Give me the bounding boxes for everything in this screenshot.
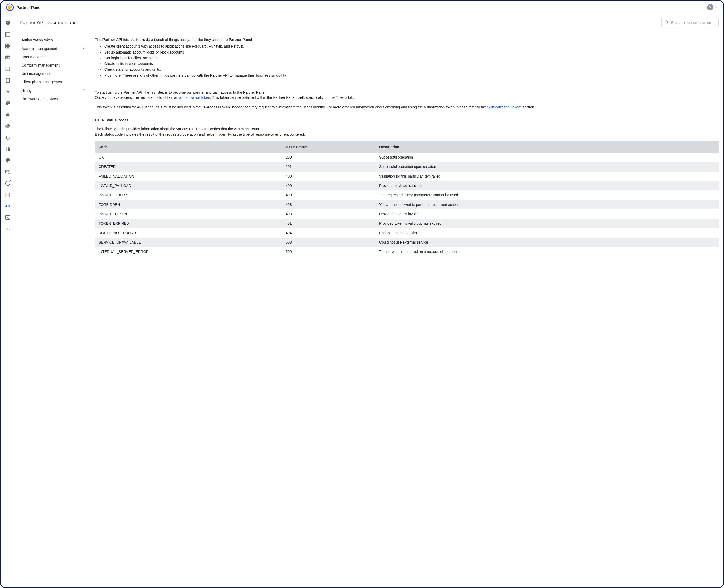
- svg-point-12: [6, 103, 7, 103]
- authorization-token-link[interactable]: authorization token: [180, 96, 210, 100]
- table-row: INTERNAL_SERVER_ERROR500The server encou…: [95, 247, 719, 256]
- table-cell: The requested query parameters cannot be…: [375, 190, 719, 200]
- table-row: FAILED_VALIDATION400Validation for this …: [95, 172, 719, 181]
- rail-mail-check-icon[interactable]: [2, 166, 13, 177]
- authorization-token-section-link[interactable]: "Authorization Token": [487, 105, 522, 109]
- table-row: TOKEN_EXPIRED401Provided token is valid …: [95, 218, 719, 228]
- intro-bullet: Create client accounts with access to ap…: [104, 44, 719, 49]
- table-cell: 201: [282, 162, 375, 171]
- toc-item[interactable]: Account management: [20, 44, 88, 53]
- table-cell: Endpoint does not exist: [375, 228, 719, 237]
- table-cell: TOKEN_EXPIRED: [95, 218, 282, 228]
- icon-rail: $: [1, 14, 15, 587]
- col-header-status: HTTP Status: [282, 141, 375, 153]
- svg-point-25: [6, 228, 7, 230]
- table-cell: FAILED_VALIDATION: [95, 172, 282, 181]
- rail-car-icon[interactable]: [2, 109, 13, 120]
- rail-shield-icon[interactable]: [2, 18, 13, 28]
- page-title: Partner API Documentation: [20, 20, 79, 25]
- intro-bullet: Plus more: There are lots of other thing…: [104, 73, 719, 78]
- table-cell: 200: [282, 153, 375, 162]
- rail-dollar-icon[interactable]: [2, 86, 13, 97]
- toc-item-label: Billing: [22, 88, 31, 92]
- search-box[interactable]: [661, 18, 719, 27]
- toc-item-label: User management: [22, 55, 51, 59]
- rail-shield-settings-icon[interactable]: [2, 155, 13, 166]
- toc-item[interactable]: Hardware and devices: [20, 94, 88, 103]
- rail-key-icon[interactable]: [2, 224, 13, 234]
- rail-invoice-icon[interactable]: $: [2, 75, 13, 86]
- toc-item-label: Authorization token: [22, 38, 53, 42]
- table-cell: Validation for this particular item fail…: [375, 172, 719, 181]
- table-cell: 403: [282, 209, 375, 218]
- table-cell: 403: [282, 200, 375, 209]
- table-cell: The server encountered an unexpected con…: [375, 247, 719, 256]
- search-icon: [664, 20, 669, 25]
- table-cell: Provided token is valid but has expired: [375, 218, 719, 228]
- table-row: OK200Successful operation: [95, 153, 719, 162]
- toc-item[interactable]: User management: [20, 53, 88, 61]
- svg-point-14: [8, 102, 8, 102]
- rail-bell-icon[interactable]: [2, 132, 13, 143]
- para-start-2: Once you have access, the next step is t…: [95, 95, 719, 100]
- svg-point-15: [6, 115, 7, 116]
- toc-item[interactable]: Company management: [20, 61, 88, 69]
- search-input[interactable]: [671, 21, 717, 25]
- table-row: FORBIDDEN403You are not allowed to perfo…: [95, 200, 719, 209]
- table-cell: Provided token is invalid: [375, 209, 719, 218]
- rail-api[interactable]: API: [2, 201, 13, 212]
- table-cell: 503: [282, 237, 375, 247]
- rail-info-icon[interactable]: [2, 178, 13, 189]
- user-menu[interactable]: V: [707, 4, 718, 10]
- rail-building-icon[interactable]: [2, 144, 13, 154]
- svg-point-13: [7, 102, 7, 102]
- rail-news-icon[interactable]: [2, 63, 13, 74]
- col-header-desc: Description: [375, 141, 719, 153]
- toc-item[interactable]: Authorization token: [20, 36, 88, 44]
- rail-segments-icon[interactable]: [2, 121, 13, 131]
- svg-rect-6: [8, 46, 9, 48]
- toc-item[interactable]: Client plans management: [20, 78, 88, 86]
- status-desc-2: Each status code indicates the result of…: [95, 132, 719, 137]
- table-cell: INVALID_QUERY: [95, 190, 282, 200]
- avatar: V: [707, 4, 713, 10]
- table-cell: 400: [282, 172, 375, 181]
- rail-grid-icon[interactable]: [2, 41, 13, 51]
- svg-rect-24: [5, 216, 10, 220]
- status-desc-1: The following table provides information…: [95, 126, 719, 131]
- table-cell: CREATED: [95, 162, 282, 171]
- rail-palette-icon[interactable]: [2, 98, 13, 109]
- toc-item-label: Hardware and devices: [22, 97, 58, 101]
- app-logo: [6, 3, 14, 11]
- notification-dot-icon: [9, 180, 12, 182]
- svg-rect-20: [5, 170, 10, 173]
- table-row: INVALID_TOKEN403Provided token is invali…: [95, 209, 719, 218]
- svg-rect-3: [5, 44, 7, 45]
- intro-bullet: Get login links for client accounts.: [104, 55, 719, 61]
- toc-item[interactable]: Billing: [20, 86, 88, 94]
- svg-text:$: $: [7, 79, 8, 82]
- toc-item-label: Client plans management: [22, 80, 63, 84]
- table-row: SERVICE_UNAVAILABLE503Could not use exte…: [95, 237, 719, 247]
- rail-terminal-icon[interactable]: [2, 212, 13, 223]
- toc-item-label: Unit management: [22, 71, 50, 76]
- para-token: This token is essential for API usage, a…: [95, 105, 719, 110]
- table-cell: INVALID_PAYLOAD: [95, 181, 282, 190]
- doc-body: The Partner API lets partners do a bunch…: [90, 31, 723, 587]
- rail-calendar-icon[interactable]: 21: [2, 189, 13, 200]
- svg-text:21: 21: [7, 194, 9, 196]
- table-cell: OK: [95, 153, 282, 162]
- col-header-code: Code: [95, 141, 282, 153]
- table-cell: 401: [282, 218, 375, 228]
- rail-payment-icon[interactable]: [2, 52, 13, 63]
- svg-point-19: [8, 161, 9, 162]
- rail-dashboard-icon[interactable]: [2, 29, 13, 40]
- toc-item-label: Company management: [22, 63, 60, 67]
- svg-point-1: [7, 22, 8, 23]
- status-codes-heading: HTTP Status Codes: [95, 118, 719, 123]
- table-cell: You are not allowed to perform the curre…: [375, 200, 719, 209]
- toc-item[interactable]: Unit management: [20, 69, 88, 78]
- intro-paragraph: The Partner API lets partners do a bunch…: [95, 37, 719, 42]
- table-cell: INVALID_TOKEN: [95, 209, 282, 218]
- table-cell: 400: [282, 181, 375, 190]
